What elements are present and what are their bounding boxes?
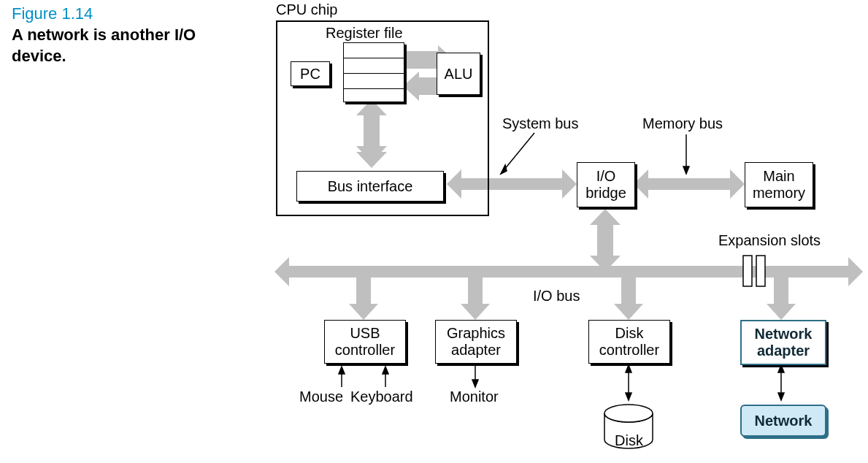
bus-interface-box: Bus interface bbox=[296, 171, 444, 202]
register-file-box bbox=[343, 42, 404, 102]
svg-marker-14 bbox=[767, 278, 796, 320]
svg-marker-30 bbox=[778, 393, 784, 400]
svg-marker-12 bbox=[461, 278, 490, 320]
main-memory-box: Main memory bbox=[745, 162, 813, 207]
svg-rect-10 bbox=[756, 256, 765, 286]
svg-marker-18 bbox=[683, 167, 689, 174]
svg-marker-27 bbox=[626, 393, 631, 400]
svg-marker-29 bbox=[778, 365, 784, 372]
svg-marker-7 bbox=[590, 209, 621, 272]
alu-box: ALU bbox=[437, 53, 480, 95]
svg-marker-16 bbox=[501, 165, 507, 174]
svg-point-31 bbox=[604, 405, 653, 422]
svg-marker-13 bbox=[614, 278, 643, 320]
svg-marker-22 bbox=[383, 367, 388, 374]
svg-marker-11 bbox=[349, 278, 378, 320]
svg-marker-24 bbox=[472, 380, 478, 387]
io-bridge-box: I/O bridge bbox=[577, 162, 635, 207]
usb-controller-box: USB controller bbox=[324, 320, 406, 364]
graphics-adapter-box: Graphics adapter bbox=[435, 320, 517, 364]
network-box: Network bbox=[740, 405, 826, 437]
svg-marker-6 bbox=[634, 169, 745, 199]
disk-controller-box: Disk controller bbox=[588, 320, 670, 364]
svg-marker-26 bbox=[626, 365, 631, 372]
figure-number: Figure 1.14 bbox=[12, 4, 93, 23]
svg-rect-9 bbox=[743, 256, 752, 286]
figure-caption: A network is another I/O device. bbox=[12, 25, 196, 66]
svg-marker-20 bbox=[339, 367, 345, 374]
cpu-network-diagram: CPU chip Register file PC ALU Bus interf… bbox=[270, 0, 868, 463]
network-adapter-box: Network adapter bbox=[740, 320, 826, 365]
pc-box: PC bbox=[291, 61, 330, 86]
